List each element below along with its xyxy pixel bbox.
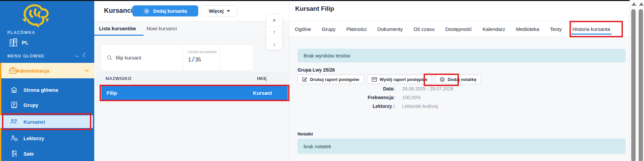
- detail-value: 28.08.2025 - 29.07.2026: [402, 86, 453, 91]
- add-student-button[interactable]: + Dodaj kursanta: [132, 5, 198, 16]
- caret-down-icon: [227, 10, 230, 12]
- scroll-up-arrow-icon[interactable]: [632, 2, 636, 6]
- group-details: Data: 28.08.2025 - 29.07.2026 Frekwencja…: [298, 86, 453, 112]
- scrollbar-zone: [630, 0, 644, 161]
- plus-icon: +: [144, 8, 150, 14]
- door-icon: [10, 150, 18, 157]
- people-group-icon: [10, 118, 18, 125]
- sidebar-item-label: Kursanci: [23, 119, 45, 125]
- sidebar-item-sale[interactable]: Sale: [0, 147, 93, 160]
- students-list-panel: Kursanci + Dodaj kursanta Więcej Lista k…: [94, 0, 289, 161]
- tab-platnosci[interactable]: Płatności: [346, 26, 367, 32]
- teacher-icon: [10, 135, 18, 142]
- detail-label: Data:: [298, 86, 395, 91]
- counter-label: Liczba kursantów: [188, 50, 220, 54]
- window-top-edge: [0, 0, 630, 1]
- chevron-down-icon: [85, 68, 89, 72]
- student-tabbar: Ogólne Grupy Płatności Dokumenty Oś czas…: [289, 21, 630, 37]
- placowka-label: PLACÓWKA: [7, 30, 35, 35]
- counter-total: 35: [195, 57, 201, 63]
- detail-label: Frekwencja:: [298, 95, 395, 100]
- table-header: NAZWISKO IMIĘ: [96, 72, 288, 84]
- scrollbar-thumb[interactable]: [631, 9, 636, 161]
- plus-circle-icon: +: [440, 77, 445, 82]
- no-tests-banner: Brak wyników testów: [298, 49, 626, 63]
- collapse-sidebar-icon[interactable]: ←: [74, 52, 80, 58]
- close-icon[interactable]: ×: [266, 14, 282, 26]
- branch-selector[interactable]: PL: [9, 38, 29, 47]
- arrow-up-icon[interactable]: ↑: [266, 26, 282, 38]
- sidebar: PLACÓWKA PL MENU GŁÓWNE ← ☾ Administracj…: [0, 0, 94, 161]
- buildings-icon: [9, 38, 17, 47]
- more-button[interactable]: Więcej: [201, 5, 237, 16]
- sidebar-item-lektorzy[interactable]: Lektorzy: [0, 132, 93, 145]
- search-icon: [107, 55, 112, 61]
- search-input[interactable]: [116, 55, 176, 61]
- tab-testy[interactable]: Testy: [550, 26, 562, 32]
- sidebar-item-administracja[interactable]: Administracja: [1, 63, 94, 78]
- group-actions: Drukuj raport postępów Wyślij raport pos…: [298, 75, 481, 84]
- tab-grupy[interactable]: Grupy: [322, 26, 335, 32]
- student-title: Kursant Filip: [295, 5, 334, 12]
- sidebar-item-strona-glowna[interactable]: Strona główna: [0, 83, 93, 96]
- print-report-label: Drukuj raport postępów: [310, 77, 359, 82]
- sidebar-item-label: Administracja: [16, 68, 49, 74]
- arrow-down-icon[interactable]: ↓: [266, 38, 282, 50]
- sidebar-item-label: Strona główna: [23, 87, 58, 93]
- more-label: Więcej: [209, 8, 223, 14]
- page-title: Kursanci: [104, 7, 133, 14]
- counter-slash: /: [191, 55, 195, 63]
- table-row-filip[interactable]: Filip Kursant: [101, 86, 288, 100]
- print-report-button[interactable]: Drukuj raport postępów: [298, 75, 364, 84]
- counter-current: 1: [188, 57, 191, 63]
- sidebar-item-label: Grupy: [23, 102, 38, 108]
- column-imie: IMIĘ: [257, 76, 267, 81]
- lion-logo: [15, 2, 55, 28]
- home-icon: [10, 87, 18, 93]
- cell-first-name: Kursant: [253, 90, 272, 96]
- add-student-label: Dodaj kursanta: [153, 8, 187, 14]
- notes-heading: Notatki: [298, 131, 313, 136]
- inner-scrollbar: [630, 0, 637, 161]
- admin-menu-section: Administracja: [0, 63, 94, 161]
- tab-nowi-kursanci[interactable]: Nowi kursanci: [147, 26, 177, 31]
- scroll-up-arrow-icon[interactable]: [639, 2, 644, 6]
- send-report-label: Wyślij raport postępów: [380, 77, 428, 82]
- students-tabbar: Lista kursantów Nowi kursanci: [94, 22, 289, 36]
- detail-value: 100,00%: [402, 95, 421, 100]
- search-card-spacer: [220, 45, 254, 71]
- add-note-button[interactable]: + Dodaj notatkę: [435, 75, 481, 84]
- book-icon: [10, 102, 18, 108]
- tab-os-czasu[interactable]: Oś czasu: [414, 26, 435, 32]
- sidebar-item-kursanci[interactable]: Kursanci: [0, 115, 93, 128]
- student-panel-header: Kursant Filip: [289, 0, 630, 21]
- scrollbar-thumb[interactable]: [639, 9, 643, 161]
- sidebar-item-label: Lektorzy: [23, 135, 44, 141]
- active-tab-underline: [94, 35, 144, 36]
- send-report-button[interactable]: Wyślij raport postępów: [367, 75, 432, 84]
- search-card: Liczba kursantów 1/35: [101, 44, 254, 71]
- tab-dostepnosc[interactable]: Dostępność: [445, 26, 472, 32]
- dark-mode-moon-icon[interactable]: ☾: [83, 52, 88, 58]
- branch-code: PL: [22, 40, 29, 45]
- briefcase-icon: [9, 67, 16, 74]
- students-panel-header: Kursanci + Dodaj kursanta Więcej: [94, 0, 289, 22]
- tab-medioteka[interactable]: Medioteka: [516, 26, 539, 32]
- search-section: [101, 45, 183, 71]
- envelope-icon: [372, 77, 377, 82]
- tab-kalendarz[interactable]: Kalendarz: [483, 26, 505, 32]
- tab-ogolne[interactable]: Ogólne: [295, 26, 311, 32]
- section-divider: [298, 126, 626, 126]
- tab-dokumenty[interactable]: Dokumenty: [377, 26, 403, 32]
- sidebar-item-grupy[interactable]: Grupy: [0, 98, 93, 111]
- floating-nav: × ↑ ↓: [266, 14, 282, 50]
- tab-lista-kursantow[interactable]: Lista kursantów: [99, 26, 136, 31]
- students-counter: Liczba kursantów 1/35: [183, 45, 220, 71]
- detail-row-data: Data: 28.08.2025 - 29.07.2026: [298, 86, 453, 91]
- student-content: Brak wyników testów Grupa Lwy 25/26 Druk…: [289, 37, 630, 161]
- sidebar-item-label: Sale: [23, 151, 34, 157]
- student-detail-panel: Kursant Filip Ogólne Grupy Płatności Dok…: [289, 0, 630, 161]
- detail-row-frekwencja: Frekwencja: 100,00%: [298, 95, 453, 100]
- tab-historia-kursanta[interactable]: Historia kursanta: [573, 26, 610, 32]
- group-name: Grupa Lwy 25/26: [298, 67, 335, 73]
